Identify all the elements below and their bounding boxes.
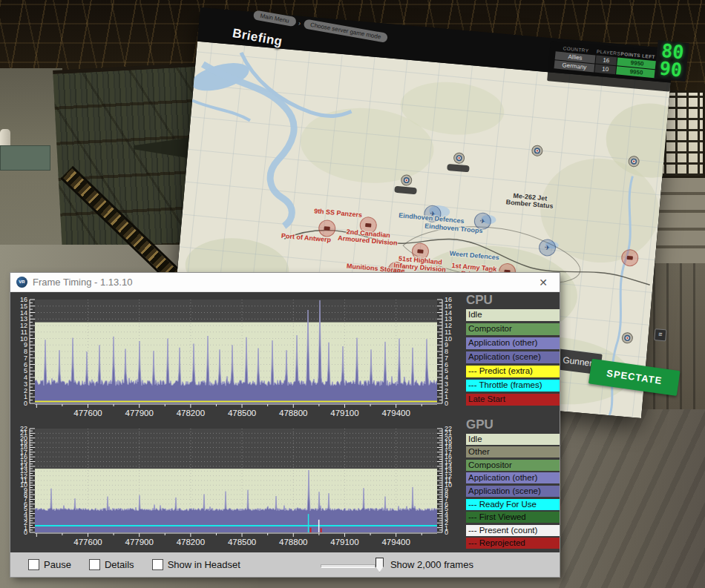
- legend-item--ready-for-use: --- Ready For Use: [466, 499, 560, 510]
- svg-text:3: 3: [24, 380, 27, 388]
- svg-text:1: 1: [24, 393, 27, 400]
- frame-timing-window: VR Frame Timing - 1.13.10 ✕ 012345678910…: [10, 273, 560, 577]
- timer-germany: 90: [659, 59, 683, 79]
- legend-item--present-count-: --- Present (count): [466, 525, 560, 536]
- svg-text:13: 13: [445, 315, 452, 323]
- svg-text:477900: 477900: [125, 409, 154, 417]
- svg-text:6: 6: [445, 361, 448, 369]
- window-title: Frame Timing - 1.13.10: [33, 277, 533, 288]
- svg-text:2: 2: [445, 387, 448, 394]
- svg-text:478500: 478500: [228, 538, 256, 546]
- legend-item--throttle-frames-: --- Throttle (frames): [466, 380, 560, 392]
- svg-text:3: 3: [445, 380, 448, 388]
- svg-text:11: 11: [21, 328, 27, 336]
- svg-text:15: 15: [20, 303, 27, 310]
- legend-item-application-other-: Application (other): [466, 472, 560, 483]
- svg-text:479400: 479400: [381, 409, 410, 417]
- svg-text:478200: 478200: [177, 538, 205, 546]
- svg-text:477900: 477900: [125, 538, 154, 546]
- svg-text:479100: 479100: [330, 538, 358, 546]
- svg-text:478500: 478500: [228, 409, 256, 417]
- cpu-chart: 0123456789101112131415160123456789101112…: [10, 292, 465, 421]
- svg-text:477600: 477600: [73, 538, 102, 546]
- svg-text:✈: ✈: [479, 217, 486, 225]
- screen: ✈✈✈9th SS PanzersPort of Antwerp2nd Cana…: [0, 0, 705, 588]
- svg-text:6: 6: [24, 361, 27, 369]
- breadcrumb-separator: ›: [298, 19, 302, 27]
- svg-text:4: 4: [445, 374, 448, 381]
- svg-text:16: 16: [445, 296, 452, 303]
- cpu-legend: CPU IdleCompositorApplication (other)App…: [466, 293, 560, 406]
- svg-text:12: 12: [20, 322, 27, 329]
- legend-item-compositor: Compositor: [466, 323, 560, 335]
- svg-text:15: 15: [445, 303, 452, 310]
- cpu-legend-header: CPU: [466, 293, 560, 307]
- details-checkbox[interactable]: Details: [89, 559, 134, 570]
- show-in-headset-checkbox[interactable]: Show in Headset: [152, 559, 240, 570]
- legend-item-application-other-: Application (other): [466, 337, 560, 349]
- legend-item--first-viewed: --- First Viewed: [466, 512, 560, 523]
- legend-item-other: Other: [466, 446, 560, 457]
- svg-text:14: 14: [445, 309, 452, 317]
- svg-text:479400: 479400: [381, 538, 410, 546]
- gpu-chart: 0123456789101112131415161718192021220123…: [10, 423, 465, 553]
- svg-text:1: 1: [445, 393, 448, 400]
- legend-item-compositor: Compositor: [466, 460, 560, 471]
- window-bottombar: Pause Details Show in Headset Show 2,000…: [10, 552, 560, 577]
- svg-text:✈: ✈: [544, 244, 551, 252]
- svg-text:22: 22: [445, 425, 452, 432]
- svg-text:10: 10: [20, 335, 27, 343]
- legend-item--reprojected: --- Reprojected: [466, 538, 560, 549]
- close-icon[interactable]: ✕: [533, 277, 554, 288]
- map-menu-icon[interactable]: ≡: [654, 328, 666, 341]
- steamvr-icon: VR: [16, 277, 27, 288]
- svg-text:2: 2: [24, 387, 27, 394]
- svg-text:14: 14: [20, 309, 27, 317]
- mission-timers: 80 90: [654, 40, 689, 82]
- legend-item-idle: Idle: [466, 434, 560, 445]
- legend-item-application-scene-: Application (scene): [466, 351, 560, 363]
- legend-item-late-start: Late Start: [466, 394, 560, 406]
- slider-track[interactable]: [321, 564, 376, 568]
- svg-text:9: 9: [24, 341, 27, 348]
- window-content: 0123456789101112131415160123456789101112…: [10, 292, 560, 552]
- show-in-headset-label: Show in Headset: [168, 559, 240, 570]
- svg-text:13: 13: [20, 315, 27, 323]
- svg-text:478800: 478800: [279, 538, 307, 546]
- gpu-legend: GPU IdleOtherCompositorApplication (othe…: [466, 417, 560, 549]
- frames-slider[interactable]: [321, 557, 384, 573]
- svg-text:12: 12: [445, 322, 452, 329]
- svg-text:0: 0: [24, 400, 27, 407]
- pause-checkbox-box[interactable]: [28, 559, 39, 570]
- cabinet: [0, 145, 50, 171]
- germany-players: 10: [594, 65, 616, 75]
- svg-text:479100: 479100: [330, 409, 358, 417]
- legend-item--predict-extra-: --- Predict (extra): [466, 366, 560, 377]
- svg-text:8: 8: [24, 348, 27, 355]
- svg-text:8: 8: [445, 348, 448, 355]
- svg-text:478200: 478200: [177, 409, 205, 417]
- svg-text:9: 9: [445, 341, 448, 348]
- svg-text:22: 22: [20, 425, 27, 432]
- slider-label: Show 2,000 frames: [390, 559, 473, 570]
- svg-text:11: 11: [445, 328, 451, 336]
- svg-text:5: 5: [445, 367, 448, 374]
- svg-text:7: 7: [445, 354, 448, 362]
- show-in-headset-checkbox-box[interactable]: [152, 559, 163, 570]
- svg-text:16: 16: [20, 296, 27, 303]
- svg-text:7: 7: [24, 354, 27, 362]
- svg-text:478800: 478800: [279, 409, 307, 417]
- svg-text:477600: 477600: [73, 409, 102, 417]
- gpu-legend-header: GPU: [466, 417, 560, 432]
- svg-text:10: 10: [445, 335, 452, 343]
- svg-text:4: 4: [24, 374, 27, 381]
- slider-thumb[interactable]: [376, 558, 384, 572]
- svg-text:0: 0: [445, 400, 448, 407]
- legend-item-idle: Idle: [466, 309, 560, 321]
- details-label: Details: [105, 559, 134, 570]
- hangar-road: [557, 409, 705, 588]
- details-checkbox-box[interactable]: [89, 559, 100, 570]
- window-titlebar[interactable]: VR Frame Timing - 1.13.10 ✕: [10, 273, 560, 292]
- pause-checkbox[interactable]: Pause: [28, 559, 71, 570]
- legend-item-application-scene-: Application (scene): [466, 486, 560, 497]
